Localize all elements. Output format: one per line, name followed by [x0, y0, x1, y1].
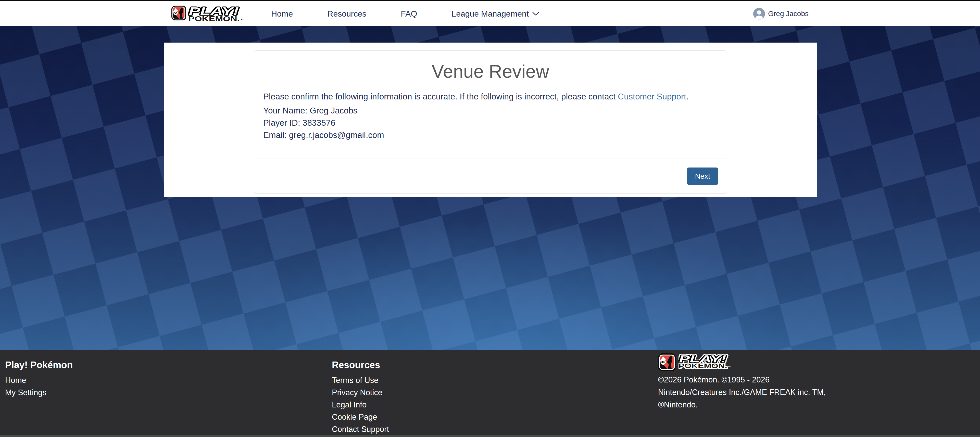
venue-review-card-body: Venue Review Please confirm the followin…: [254, 51, 727, 159]
footer-links-play-pokemon: Home My Settings: [5, 374, 73, 399]
main-background: Venue Review Please confirm the followin…: [0, 26, 980, 350]
person-icon: [753, 8, 765, 20]
nav-container: PLAY! POKÉMON. ™ Home Resources FAQ Leag…: [172, 1, 808, 26]
svg-text:™: ™: [241, 19, 243, 22]
content-panel: Venue Review Please confirm the followin…: [164, 43, 817, 197]
field-email-value: greg.r.jacobs@gmail.com: [289, 130, 384, 140]
field-player-id-value: 3833576: [302, 118, 335, 127]
svg-text:POKÉMON.: POKÉMON.: [678, 362, 727, 369]
footer-link-terms-of-use[interactable]: Terms of Use: [332, 374, 389, 386]
next-button[interactable]: Next: [687, 167, 718, 185]
card-action-bar: Next: [254, 159, 727, 194]
nav-item-home[interactable]: Home: [271, 9, 293, 19]
footer-column-play-pokemon: Play! Pokémon Home My Settings: [5, 359, 73, 399]
play-pokemon-logo-text: PLAY! POKÉMON. ™: [188, 6, 244, 22]
svg-text:POKÉMON.: POKÉMON.: [188, 15, 240, 22]
field-email: Email: greg.r.jacobs@gmail.com: [263, 129, 718, 141]
footer-play-pokemon-logo: PLAY! PLAY! POKÉMON. POKÉMON. ™: [658, 353, 834, 371]
field-your-name-label: Your Name:: [263, 106, 307, 115]
footer-play-pokemon-logo-text: PLAY! PLAY! POKÉMON. POKÉMON. ™: [678, 353, 732, 369]
user-name: Greg Jacobs: [768, 10, 808, 18]
chevron-down-icon: [532, 11, 539, 16]
play-pokemon-logo[interactable]: PLAY! POKÉMON. ™: [172, 6, 244, 22]
top-nav: PLAY! POKÉMON. ™ Home Resources FAQ Leag…: [0, 1, 980, 26]
customer-support-link[interactable]: Customer Support: [618, 92, 686, 101]
play-pokemon-logo-icon: [172, 6, 186, 21]
nav-item-faq[interactable]: FAQ: [401, 9, 417, 19]
footer-column-resources: Resources Terms of Use Privacy Notice Le…: [332, 359, 389, 435]
footer-column-legal: PLAY! PLAY! POKÉMON. POKÉMON. ™ ©2026 Po…: [658, 353, 834, 419]
play-pokemon-logo-icon: [658, 353, 676, 371]
footer-links-resources: Terms of Use Privacy Notice Legal Info C…: [332, 374, 389, 435]
field-email-label: Email:: [263, 130, 287, 140]
copyright-text: ©2026 Pokémon. ©1995 - 2026 Nintendo/Cre…: [658, 373, 834, 411]
footer-link-cookie-page[interactable]: Cookie Page: [332, 411, 389, 423]
field-your-name: Your Name: Greg Jacobs: [263, 105, 718, 117]
footer-link-my-settings[interactable]: My Settings: [5, 386, 73, 399]
svg-text:™: ™: [728, 366, 730, 369]
field-your-name-value: Greg Jacobs: [310, 106, 357, 115]
venue-review-card: Venue Review Please confirm the followin…: [254, 51, 727, 194]
footer-heading-play-pokemon: Play! Pokémon: [5, 359, 73, 370]
nav-links: Home Resources FAQ League Management: [271, 9, 539, 19]
footer-link-legal-info[interactable]: Legal Info: [332, 399, 389, 411]
user-menu[interactable]: Greg Jacobs: [753, 8, 808, 20]
footer-link-home[interactable]: Home: [5, 374, 73, 386]
nav-item-league-management-label: League Management: [452, 9, 528, 19]
footer-link-contact-support[interactable]: Contact Support: [332, 423, 389, 435]
field-player-id-label: Player ID:: [263, 118, 300, 127]
page-footer: Play! Pokémon Home My Settings Resources…: [0, 350, 980, 437]
intro-text-after: .: [686, 92, 689, 101]
footer-heading-resources: Resources: [332, 359, 389, 370]
nav-item-resources[interactable]: Resources: [327, 9, 366, 19]
avatar: [753, 8, 765, 20]
field-player-id: Player ID: 3833576: [263, 117, 718, 129]
player-info: Your Name: Greg Jacobs Player ID: 383357…: [263, 105, 718, 141]
window-bottom-edge: [0, 435, 980, 437]
intro-text-before: Please confirm the following information…: [263, 92, 618, 101]
confirmation-text: Please confirm the following information…: [263, 91, 718, 102]
page-title: Venue Review: [263, 61, 718, 82]
footer-link-privacy-notice[interactable]: Privacy Notice: [332, 386, 389, 399]
nav-item-league-management[interactable]: League Management: [452, 9, 539, 19]
